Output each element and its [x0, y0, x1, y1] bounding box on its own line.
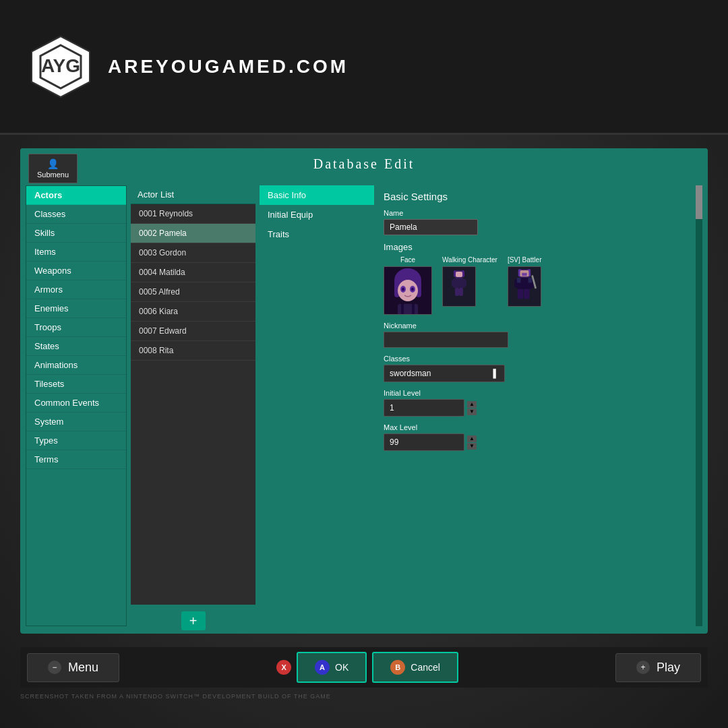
info-tabs: Basic Info Initial Equip Traits [260, 185, 374, 244]
cancel-button[interactable]: B Cancel [372, 652, 458, 683]
footer-text: SCREENSHOT TAKEN FROM A NINTENDO SWITCH™… [20, 693, 331, 700]
actor-list-items: 0001 Reynolds 0002 Pamela 0003 Gordon 00… [131, 204, 255, 605]
images-title: Images [384, 242, 688, 252]
sidebar-item-classes[interactable]: Classes [26, 205, 126, 224]
actor-item-0007[interactable]: 0007 Edward [131, 322, 255, 341]
b-badge: B [390, 660, 405, 675]
actor-item-0005[interactable]: 0005 Alfred [131, 282, 255, 302]
svg-rect-37 [524, 289, 529, 299]
sidebar-item-animations[interactable]: Animations [26, 356, 126, 375]
tab-traits[interactable]: Traits [260, 224, 374, 244]
scrollbar[interactable] [696, 185, 702, 626]
sv-battler-sprite [508, 266, 541, 307]
name-field-group: Name [384, 209, 688, 235]
logo-container: AYG AREYOUGAMED.COM [27, 33, 348, 100]
name-input[interactable] [384, 219, 478, 235]
submenu-button[interactable]: 👤 Submenu [28, 154, 78, 183]
max-level-input[interactable]: 99 [384, 433, 464, 451]
initial-level-field-group: Initial Level 1 ▲ ▼ [384, 389, 688, 417]
sidebar-item-system[interactable]: System [26, 413, 126, 431]
sidebar-item-terms[interactable]: Terms [26, 450, 126, 469]
name-label: Name [384, 209, 688, 217]
initial-level-up[interactable]: ▲ [467, 401, 477, 408]
sv-battler-box: [SV] Battler [508, 256, 542, 307]
basic-settings-panel: Basic Settings Name Images Face [378, 185, 702, 626]
sidebar-item-actors[interactable]: Actors [26, 186, 126, 205]
svg-rect-19 [456, 272, 462, 277]
nickname-input-box[interactable] [384, 332, 508, 348]
max-level-spinner: ▲ ▼ [467, 435, 477, 450]
sidebar-item-common-events[interactable]: Common Events [26, 394, 126, 413]
face-image[interactable] [384, 266, 432, 315]
menu-label: Menu [68, 661, 98, 675]
max-level-down[interactable]: ▼ [467, 443, 477, 450]
nickname-field-group: Nickname [384, 322, 688, 348]
sidebar-item-armors[interactable]: Armors [26, 280, 126, 299]
game-window: 👤 Submenu Database Edit Actors Classes S… [20, 148, 708, 634]
actor-list-panel: Actor List 0001 Reynolds 0002 Pamela 000… [131, 185, 255, 626]
sidebar-item-troops[interactable]: Troops [26, 318, 126, 337]
classes-select[interactable]: swordsman ▌ [384, 365, 505, 382]
cancel-label: Cancel [411, 662, 440, 673]
initial-level-input[interactable]: 1 [384, 399, 464, 417]
settings-title: Basic Settings [384, 191, 688, 202]
face-label: Face [384, 256, 432, 264]
svg-rect-22 [463, 280, 466, 286]
sidebar-item-tilesets[interactable]: Tilesets [26, 375, 126, 394]
window-title: Database Edit [20, 148, 708, 180]
sidebar-item-skills[interactable]: Skills [26, 224, 126, 243]
sidebar-item-states[interactable]: States [26, 337, 126, 356]
sidebar-item-enemies[interactable]: Enemies [26, 299, 126, 318]
classes-label: Classes [384, 355, 688, 363]
initial-level-label: Initial Level [384, 389, 688, 397]
site-url: AREYOUGAMED.COM [108, 56, 348, 78]
classes-field-group: Classes swordsman ▌ [384, 355, 688, 382]
scrollbar-thumb[interactable] [696, 185, 702, 219]
actor-item-0003[interactable]: 0003 Gordon [131, 243, 255, 263]
center-buttons: X A OK B Cancel [276, 652, 458, 683]
category-list: Actors Classes Skills Items Weapons Armo… [26, 185, 127, 626]
svg-rect-39 [528, 278, 532, 282]
svg-text:AYG: AYG [41, 55, 80, 76]
actor-item-0006[interactable]: 0006 Kiara [131, 302, 255, 322]
svg-rect-13 [401, 304, 404, 314]
walking-char-image[interactable] [442, 266, 476, 307]
menu-button[interactable]: − Menu [27, 653, 119, 682]
play-plus-icon: + [636, 661, 650, 674]
actor-item-0002[interactable]: 0002 Pamela [131, 224, 255, 243]
actor-item-0001[interactable]: 0001 Reynolds [131, 204, 255, 224]
logo-icon: AYG [27, 33, 94, 100]
actor-list-title: Actor List [131, 185, 255, 204]
svg-rect-36 [518, 289, 523, 299]
play-button[interactable]: + Play [615, 653, 701, 682]
svg-rect-31 [524, 272, 527, 276]
initial-level-down[interactable]: ▼ [467, 408, 477, 415]
submenu-icon: 👤 [37, 158, 69, 169]
face-sprite [384, 267, 431, 314]
svg-rect-30 [522, 272, 524, 276]
add-actor-button[interactable]: + [181, 611, 206, 630]
nickname-label: Nickname [384, 322, 688, 330]
content-area: Actors Classes Skills Items Weapons Armo… [20, 180, 708, 632]
header: AYG AREYOUGAMED.COM [0, 0, 728, 135]
sidebar-item-types[interactable]: Types [26, 431, 126, 450]
menu-minus-icon: − [48, 661, 61, 674]
sidebar-item-items[interactable]: Items [26, 243, 126, 262]
svg-rect-23 [455, 288, 459, 296]
sidebar-item-weapons[interactable]: Weapons [26, 262, 126, 280]
tab-initial-equip[interactable]: Initial Equip [260, 205, 374, 224]
tab-basic-info[interactable]: Basic Info [260, 185, 374, 205]
svg-rect-12 [398, 304, 418, 314]
sv-battler-label: [SV] Battler [508, 256, 542, 264]
face-image-box: Face [384, 256, 432, 315]
sv-battler-image[interactable] [508, 266, 541, 307]
svg-rect-24 [459, 288, 463, 296]
actor-item-0008[interactable]: 0008 Rita [131, 341, 255, 361]
walking-char-label: Walking Character [442, 256, 497, 264]
initial-level-spinner: ▲ ▼ [467, 401, 477, 415]
ok-button[interactable]: A OK [297, 652, 367, 683]
x-badge: X [276, 660, 291, 675]
bottom-bar: − Menu X A OK B Cancel + Play [20, 647, 708, 688]
max-level-up[interactable]: ▲ [467, 435, 477, 442]
actor-item-0004[interactable]: 0004 Matilda [131, 263, 255, 282]
